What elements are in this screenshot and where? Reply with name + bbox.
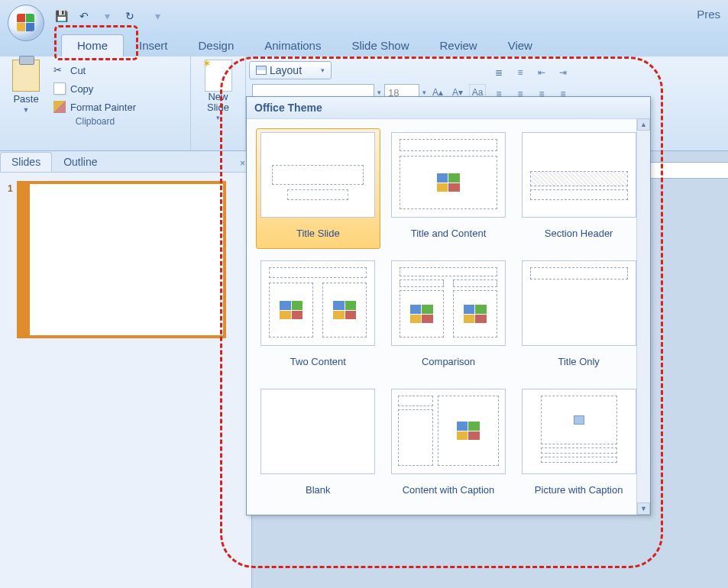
- paintbrush-icon: [53, 101, 66, 113]
- quick-access-toolbar: 💾 ↶ ▾ ↻ ▾: [53, 8, 165, 24]
- clipboard-icon: [12, 60, 40, 92]
- layout-label: Section Header: [545, 221, 613, 245]
- tab-home[interactable]: Home: [61, 34, 124, 57]
- layout-label: Title and Content: [411, 221, 487, 245]
- numbering-icon[interactable]: ≡: [512, 64, 529, 81]
- save-icon[interactable]: 💾: [53, 8, 69, 24]
- layout-label: Title Slide: [296, 221, 340, 245]
- undo-icon[interactable]: ↶: [76, 8, 92, 24]
- ribbon-tabstrip: Home Insert Design Animations Slide Show…: [0, 32, 728, 57]
- slides-panel: Slides Outline × 1: [0, 151, 252, 588]
- layout-gallery: Office Theme Title Slide Title and Conte…: [246, 96, 651, 515]
- layout-label: Picture with Caption: [535, 477, 623, 502]
- gallery-scrollbar[interactable]: ▲ ▼: [636, 118, 650, 515]
- layout-label: Content with Caption: [403, 477, 495, 502]
- slides-tab[interactable]: Slides: [0, 152, 52, 172]
- bullets-icon[interactable]: ≣: [490, 64, 507, 81]
- office-logo-icon: [17, 14, 35, 32]
- paste-label: Paste: [13, 93, 38, 105]
- qat-customize-icon[interactable]: ▾: [150, 8, 165, 24]
- picture-icon: [574, 415, 584, 425]
- layout-label: Blank: [306, 477, 331, 502]
- indent-dec-icon[interactable]: ⇤: [533, 64, 550, 81]
- layout-label: Comparison: [422, 349, 475, 373]
- layout-label: Layout: [270, 64, 302, 76]
- chevron-down-icon: ▾: [321, 66, 325, 74]
- qat-sep: ▾: [99, 8, 115, 24]
- gallery-header: Office Theme: [247, 97, 650, 119]
- chevron-down-icon: ▾: [422, 89, 426, 96]
- layout-label: Title Only: [558, 349, 599, 373]
- new-slide-label: NewSlide: [207, 92, 229, 114]
- layout-title-only[interactable]: Title Only: [516, 257, 641, 377]
- tab-slideshow[interactable]: Slide Show: [336, 35, 424, 57]
- scissors-icon: ✂: [53, 64, 66, 76]
- copy-button[interactable]: Copy: [50, 81, 139, 96]
- layout-comparison[interactable]: Comparison: [387, 257, 511, 377]
- paste-button[interactable]: Paste ▼: [6, 60, 46, 115]
- layout-title-slide[interactable]: Title Slide: [256, 128, 380, 249]
- copy-label: Copy: [70, 83, 93, 95]
- layout-label: Two Content: [290, 349, 346, 373]
- copy-icon: [53, 82, 66, 95]
- layout-two-content[interactable]: Two Content: [256, 257, 380, 377]
- document-title: Pres: [697, 8, 720, 21]
- chevron-down-icon: ▼: [23, 106, 30, 114]
- layout-content-with-caption[interactable]: Content with Caption: [387, 385, 511, 506]
- title-bar: 💾 ↶ ▾ ↻ ▾ Pres: [0, 0, 728, 32]
- tab-insert[interactable]: Insert: [124, 35, 183, 57]
- format-painter-button[interactable]: Format Painter: [50, 99, 139, 115]
- clipboard-group-label: Clipboard: [6, 115, 184, 128]
- layout-title-and-content[interactable]: Title and Content: [387, 128, 511, 249]
- layout-section-header[interactable]: Section Header: [516, 128, 641, 249]
- layout-blank[interactable]: Blank: [256, 385, 380, 506]
- office-button[interactable]: [8, 5, 44, 41]
- content-placeholder-icon: [437, 173, 460, 192]
- slide-thumbnail[interactable]: [19, 183, 224, 336]
- outline-tab[interactable]: Outline: [52, 152, 108, 172]
- tab-review[interactable]: Review: [424, 35, 492, 57]
- new-slide-button[interactable]: NewSlide ▾: [196, 60, 241, 121]
- redo-icon[interactable]: ↻: [122, 8, 138, 24]
- tab-view[interactable]: View: [493, 35, 548, 57]
- scroll-down-icon[interactable]: ▼: [637, 502, 650, 515]
- layout-picture-with-caption[interactable]: Picture with Caption: [516, 385, 641, 506]
- cut-button[interactable]: ✂ Cut: [50, 63, 139, 78]
- scroll-up-icon[interactable]: ▲: [637, 118, 650, 131]
- layout-button[interactable]: Layout ▾: [249, 61, 332, 79]
- layout-icon: [256, 66, 267, 75]
- chevron-down-icon: ▾: [377, 89, 381, 96]
- slide-number: 1: [8, 183, 13, 336]
- format-painter-label: Format Painter: [70, 102, 136, 113]
- indent-inc-icon[interactable]: ⇥: [555, 64, 571, 81]
- tab-design[interactable]: Design: [183, 35, 250, 57]
- cut-label: Cut: [70, 65, 86, 76]
- chevron-down-icon: ▾: [216, 114, 220, 121]
- new-slide-icon: [205, 60, 232, 92]
- tab-animations[interactable]: Animations: [249, 35, 336, 57]
